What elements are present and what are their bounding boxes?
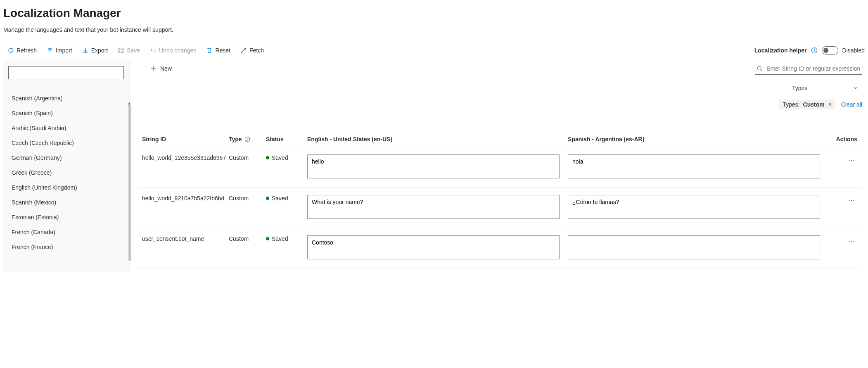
types-dropdown[interactable]: Types — [788, 82, 862, 94]
row-more-button[interactable]: ⋯ — [847, 195, 857, 206]
language-item[interactable]: Czech (Czech Republic) — [8, 135, 126, 150]
new-button[interactable]: New — [145, 63, 177, 74]
refresh-icon — [7, 47, 14, 54]
language-search-input[interactable] — [8, 66, 124, 79]
command-bar-left: Refresh Import Export Save Undo changes — [3, 45, 268, 56]
export-label: Export — [91, 47, 108, 54]
export-button[interactable]: Export — [78, 45, 112, 56]
es-input[interactable] — [568, 154, 820, 178]
en-input[interactable] — [307, 154, 560, 178]
th-actions: Actions — [828, 136, 857, 142]
cell-actions: ⋯ — [828, 235, 857, 247]
save-icon — [118, 47, 124, 54]
refresh-label: Refresh — [17, 47, 37, 54]
helper-label: Localization helper — [754, 47, 807, 54]
table-row: hello_world_12e355e331ad6967CustomSaved⋯ — [137, 147, 862, 188]
cell-status: Saved — [266, 235, 307, 242]
status-text: Saved — [272, 195, 288, 202]
svg-point-6 — [247, 138, 247, 138]
import-label: Import — [56, 47, 72, 54]
row-more-button[interactable]: ⋯ — [847, 235, 857, 247]
svg-point-4 — [758, 66, 761, 70]
language-item[interactable]: French (France) — [8, 240, 126, 254]
es-input[interactable] — [568, 195, 820, 219]
table-row: hello_world_9210a7b5a22fb6bdCustomSaved⋯ — [137, 188, 862, 228]
info-icon[interactable] — [244, 136, 250, 142]
language-item[interactable]: Estonian (Estonia) — [8, 210, 126, 225]
language-item[interactable]: Arabic (Saudi Arabia) — [8, 121, 126, 135]
cell-status: Saved — [266, 154, 307, 161]
info-icon[interactable] — [811, 47, 818, 54]
es-input[interactable] — [568, 235, 820, 259]
reset-label: Reset — [215, 47, 230, 54]
chip-value: Custom — [803, 101, 825, 108]
en-input[interactable] — [307, 195, 560, 219]
status-dot-icon — [266, 197, 269, 200]
table-row: user_consent.bot_nameCustomSaved⋯ — [137, 228, 862, 268]
language-item[interactable]: French (Canada) — [8, 225, 126, 240]
filter-chip-types: Types: Custom ✕ — [779, 100, 835, 109]
language-item[interactable]: Spanish (Mexico) — [8, 195, 126, 210]
cell-string-id: hello_world_9210a7b5a22fb6bd — [142, 195, 229, 202]
scrollbar-thumb[interactable] — [128, 104, 131, 261]
fetch-icon — [240, 47, 247, 54]
language-item[interactable]: Spanish (Argentina) — [8, 91, 126, 106]
cell-es — [568, 195, 828, 220]
language-list: Spanish (Argentina)Spanish (Spain)Arabic… — [8, 91, 126, 254]
cell-actions: ⋯ — [828, 154, 857, 166]
page-subtitle: Manage the languages and text that your … — [3, 26, 865, 33]
page-header: Localization Manager Manage the language… — [3, 3, 865, 40]
language-item[interactable]: German (Germany) — [8, 150, 126, 165]
command-bar: Refresh Import Export Save Undo changes — [3, 40, 865, 59]
types-label: Types — [792, 85, 807, 91]
content-area: ▲ Spanish (Argentina)Spanish (Spain)Arab… — [3, 59, 865, 272]
language-sidebar: ▲ Spanish (Argentina)Spanish (Spain)Arab… — [3, 59, 131, 272]
chip-close-icon[interactable]: ✕ — [828, 102, 832, 107]
language-item[interactable]: English (United Kingdom) — [8, 180, 126, 195]
table-body: hello_world_12e355e331ad6967CustomSaved⋯… — [137, 147, 862, 268]
export-icon — [82, 47, 89, 54]
reset-button[interactable]: Reset — [202, 45, 235, 56]
import-button[interactable]: Import — [43, 45, 76, 56]
command-bar-right: Localization helper Disabled — [754, 46, 865, 55]
status-dot-icon — [266, 237, 269, 240]
helper-state: Disabled — [842, 47, 865, 54]
strings-table: String ID Type Status English - United S… — [137, 132, 862, 268]
cell-en — [307, 195, 568, 220]
undo-label: Undo changes — [159, 47, 196, 54]
main-panel: New Types Types: Custom ✕ — [135, 59, 865, 272]
row-more-button[interactable]: ⋯ — [847, 154, 857, 166]
helper-toggle[interactable] — [822, 46, 838, 55]
main-top-row: New — [137, 63, 862, 75]
language-item[interactable]: Spanish (Spain) — [8, 106, 126, 121]
refresh-button[interactable]: Refresh — [3, 45, 41, 56]
search-wrap — [755, 63, 862, 75]
en-input[interactable] — [307, 235, 560, 259]
language-item[interactable]: Greek (Greece) — [8, 165, 126, 180]
cell-en — [307, 235, 568, 261]
chevron-down-icon — [853, 85, 858, 90]
cell-status: Saved — [266, 195, 307, 202]
cell-actions: ⋯ — [828, 195, 857, 206]
save-button: Save — [114, 45, 144, 56]
search-icon — [757, 65, 763, 72]
toggle-knob — [823, 48, 828, 53]
clear-all-link[interactable]: Clear all — [841, 101, 862, 108]
fetch-button[interactable]: Fetch — [236, 45, 268, 56]
table-header: String ID Type Status English - United S… — [137, 132, 862, 147]
th-string-id: String ID — [142, 136, 229, 142]
status-dot-icon — [266, 156, 269, 159]
undo-button: Undo changes — [146, 45, 200, 56]
cell-string-id: user_consent.bot_name — [142, 235, 229, 242]
th-status: Status — [266, 136, 307, 142]
save-label: Save — [127, 47, 140, 54]
svg-point-3 — [814, 49, 814, 49]
search-input[interactable] — [755, 63, 862, 75]
delete-icon — [206, 47, 213, 54]
new-label: New — [160, 65, 172, 72]
import-icon — [47, 47, 53, 54]
cell-string-id: hello_world_12e355e331ad6967 — [142, 154, 229, 161]
svg-rect-0 — [119, 48, 123, 53]
scrollbar[interactable] — [128, 104, 131, 269]
cell-type: Custom — [229, 195, 266, 202]
